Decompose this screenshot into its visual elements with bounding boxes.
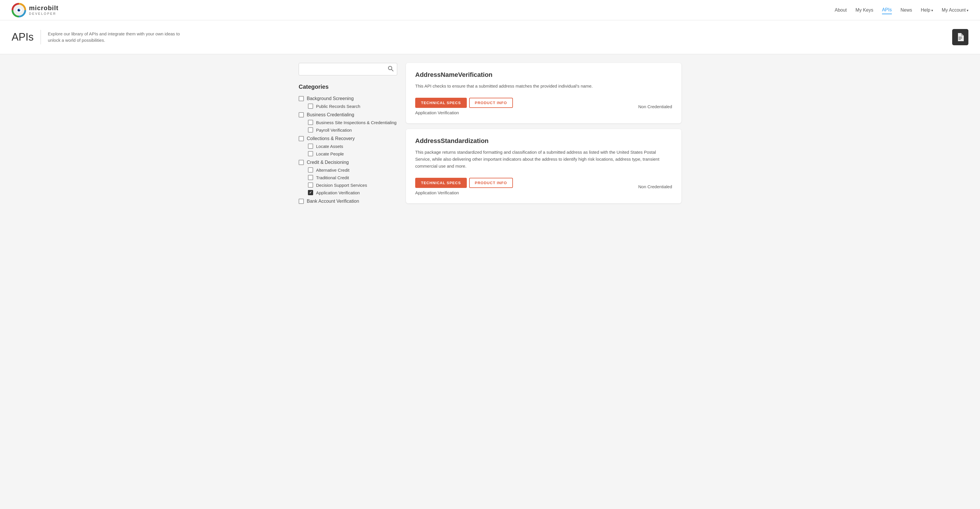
nav-item-help[interactable]: Help [921,6,933,14]
search-icon[interactable] [388,65,393,73]
category-child-label-decision-support-services: Decision Support Services [316,183,367,188]
main-content: Categories Background ScreeningPublic Re… [287,54,693,215]
checkbox-collections-recovery[interactable] [299,136,304,141]
category-child-label-traditional-credit: Traditional Credit [316,175,349,180]
category-child-application-verification[interactable]: Application Verification [308,189,397,196]
category-label-bank-account-verification: Bank Account Verification [307,199,359,204]
nav-item-my-keys[interactable]: My Keys [856,6,873,14]
logo-area: microbilt DEVELOPER [11,3,59,17]
page-header: APIs Explore our library of APIs and int… [0,20,980,54]
api-card-category-label-address-name-verification: Application Verification [415,110,513,115]
page-title: APIs [11,31,33,43]
category-child-label-business-site-inspections: Business Site Inspections & Credentialin… [316,120,397,125]
btn-tech-specs-address-standardization[interactable]: TECHNICAL SPECS [415,178,467,188]
api-card-address-name-verification: AddressNameVerificationThis API checks t… [406,63,681,123]
doc-icon-button[interactable] [952,29,969,45]
api-card-description-address-standardization: This package returns standardized format… [415,149,672,170]
checkbox-background-screening[interactable] [299,96,304,101]
nav-item-about[interactable]: About [835,6,847,14]
logo-main-text: microbilt [29,5,59,11]
nav-item-news[interactable]: News [900,6,912,14]
category-business-credentialing: Business CredentialingBusiness Site Insp… [299,111,397,134]
category-parent-background-screening[interactable]: Background Screening [299,95,397,102]
api-list: AddressNameVerificationThis API checks t… [406,63,681,206]
category-child-traditional-credit[interactable]: Traditional Credit [308,174,397,181]
category-parent-business-credentialing[interactable]: Business Credentialing [299,111,397,119]
checkbox-child-traditional-credit[interactable] [308,175,313,180]
api-card-address-standardization: AddressStandardizationThis package retur… [406,129,681,203]
category-parent-bank-account-verification[interactable]: Bank Account Verification [299,197,397,205]
main-nav: AboutMy KeysAPIsNewsHelpMy Account [835,6,969,14]
api-card-description-address-name-verification: This API checks to ensure that a submitt… [415,83,672,90]
category-child-locate-people[interactable]: Locate People [308,150,397,157]
svg-point-4 [19,9,20,10]
btn-product-info-address-standardization[interactable]: PRODUCT INFO [469,178,513,188]
categories-title: Categories [299,84,397,90]
category-background-screening: Background ScreeningPublic Records Searc… [299,95,397,110]
category-children-business-credentialing: Business Site Inspections & Credentialin… [308,119,397,134]
svg-rect-5 [959,37,962,37]
api-card-buttons-address-name-verification: TECHNICAL SPECSPRODUCT INFOApplication V… [415,98,513,115]
svg-line-9 [391,69,393,71]
category-child-label-public-records-search: Public Records Search [316,104,360,109]
api-card-category-label-address-standardization: Application Verification [415,190,513,195]
api-card-credential-address-name-verification: Non Credentialed [638,104,672,109]
category-parent-credit-decisioning[interactable]: Credit & Decisioning [299,159,397,166]
checkbox-child-locate-people[interactable] [308,151,313,156]
logo-sub-text: DEVELOPER [29,12,59,15]
checkbox-credit-decisioning[interactable] [299,160,304,165]
api-card-title-address-name-verification: AddressNameVerification [415,71,672,79]
sidebar: Categories Background ScreeningPublic Re… [299,63,397,206]
api-card-title-address-standardization: AddressStandardization [415,137,672,145]
category-label-business-credentialing: Business Credentialing [307,112,354,118]
category-child-label-locate-assets: Locate Assets [316,144,343,149]
checkbox-child-public-records-search[interactable] [308,103,313,109]
category-child-payroll-verification[interactable]: Payroll Verification [308,126,397,134]
checkbox-child-locate-assets[interactable] [308,143,313,149]
page-description: Explore our library of APIs and integrat… [48,31,193,44]
api-card-footer-address-name-verification: TECHNICAL SPECSPRODUCT INFOApplication V… [415,98,672,115]
checkbox-child-alternative-credit[interactable] [308,167,313,173]
api-card-buttons-address-standardization: TECHNICAL SPECSPRODUCT INFOApplication V… [415,178,513,195]
api-card-btn-row-address-standardization: TECHNICAL SPECSPRODUCT INFO [415,178,513,188]
category-label-collections-recovery: Collections & Recovery [307,136,355,141]
category-child-alternative-credit[interactable]: Alternative Credit [308,166,397,174]
category-child-business-site-inspections[interactable]: Business Site Inspections & Credentialin… [308,119,397,126]
category-child-decision-support-services[interactable]: Decision Support Services [308,181,397,189]
category-children-credit-decisioning: Alternative CreditTraditional CreditDeci… [308,166,397,196]
page-header-left: APIs Explore our library of APIs and int… [11,30,193,45]
checkbox-child-payroll-verification[interactable] [308,127,313,132]
nav-item-my-account[interactable]: My Account [942,6,969,14]
main-header: microbilt DEVELOPER AboutMy KeysAPIsNews… [0,0,980,20]
logo-icon [11,3,26,17]
svg-rect-7 [959,39,961,40]
logo-text: microbilt DEVELOPER [29,5,59,15]
category-child-label-alternative-credit: Alternative Credit [316,168,349,173]
checkbox-child-business-site-inspections[interactable] [308,120,313,125]
api-card-btn-row-address-name-verification: TECHNICAL SPECSPRODUCT INFO [415,98,513,108]
checkbox-child-decision-support-services[interactable] [308,183,313,188]
btn-product-info-address-name-verification[interactable]: PRODUCT INFO [469,98,513,108]
checkbox-business-credentialing[interactable] [299,112,304,118]
btn-tech-specs-address-name-verification[interactable]: TECHNICAL SPECS [415,98,467,108]
category-credit-decisioning: Credit & DecisioningAlternative CreditTr… [299,159,397,196]
api-card-footer-address-standardization: TECHNICAL SPECSPRODUCT INFOApplication V… [415,178,672,195]
api-card-credential-address-standardization: Non Credentialed [638,184,672,189]
svg-rect-6 [959,38,962,38]
category-child-label-application-verification: Application Verification [316,190,360,195]
api-card-btn-category-wrapper-address-standardization: TECHNICAL SPECSPRODUCT INFOApplication V… [415,178,513,195]
category-children-background-screening: Public Records Search [308,102,397,110]
category-child-label-payroll-verification: Payroll Verification [316,127,352,132]
categories-list: Background ScreeningPublic Records Searc… [299,95,397,205]
category-bank-account-verification: Bank Account Verification [299,197,397,205]
search-input[interactable] [302,67,388,72]
nav-item-apis[interactable]: APIs [882,6,892,14]
category-children-collections-recovery: Locate AssetsLocate People [308,142,397,157]
category-child-public-records-search[interactable]: Public Records Search [308,102,397,110]
category-parent-collections-recovery[interactable]: Collections & Recovery [299,135,397,142]
checkbox-bank-account-verification[interactable] [299,199,304,204]
search-bar[interactable] [299,63,397,75]
checkbox-child-application-verification[interactable] [308,190,313,195]
category-child-locate-assets[interactable]: Locate Assets [308,142,397,150]
category-collections-recovery: Collections & RecoveryLocate AssetsLocat… [299,135,397,157]
